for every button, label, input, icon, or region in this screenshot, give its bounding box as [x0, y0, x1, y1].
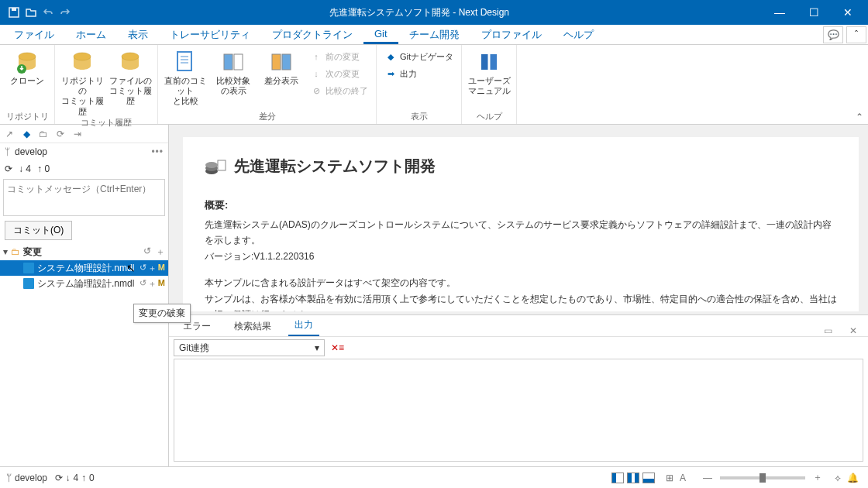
status-a-icon[interactable]: A [677, 473, 689, 483]
ribbon-group-label: ヘルプ [467, 111, 512, 124]
zoom-out-button[interactable]: — [700, 473, 715, 483]
output-filter-select[interactable]: Git連携 ▾ [174, 339, 325, 356]
ribbon-git-nav[interactable]: ◆Gitナビゲータ [381, 48, 456, 65]
chevron-down-icon: ▾ [315, 342, 319, 353]
ribbon-show-target[interactable]: 比較対象の表示 [211, 48, 256, 96]
branch-menu-button[interactable]: ••• [151, 146, 164, 157]
ribbon-file-history[interactable]: ファイルのコミット履歴 [108, 48, 153, 107]
svg-rect-15 [272, 54, 281, 70]
repo-history-icon [70, 50, 95, 74]
svg-point-19 [205, 162, 218, 168]
sidebar-branch-icon[interactable]: ◆ [20, 128, 33, 140]
file-history-icon [118, 50, 143, 74]
file-name: システム論理設計.nmdl [37, 277, 136, 290]
ribbon-clone[interactable]: クローン [5, 48, 50, 86]
maximize-button[interactable]: ☐ [797, 0, 831, 25]
menu-プロダクトライン[interactable]: プロダクトライン [261, 25, 363, 44]
menu-表示[interactable]: 表示 [117, 25, 159, 44]
menu-ホーム[interactable]: ホーム [65, 25, 117, 44]
tab-検索結果[interactable]: 検索結果 [228, 315, 277, 336]
ribbon-compare-prev[interactable]: 直前のコミットと比較 [163, 48, 208, 107]
open-icon[interactable] [25, 6, 37, 19]
branch-icon: ᛘ [5, 146, 10, 157]
tooltip: 変更の破棄 [133, 304, 191, 323]
sidebar-stash-icon[interactable]: 🗀 [37, 128, 50, 140]
layout-both-button[interactable] [627, 473, 639, 483]
tab-出力[interactable]: 出力 [288, 314, 319, 336]
zoom-slider[interactable] [720, 476, 805, 479]
layout-bottom-button[interactable] [642, 473, 655, 483]
menu-ファイル[interactable]: ファイル [3, 25, 65, 44]
incoming-count: ↓ 4 [19, 163, 31, 174]
feedback-button[interactable]: 💬 [823, 26, 843, 43]
doc-paragraph: 先進運転システム(ADAS)のクルーズコントロールシステムについて、システムのサ… [205, 217, 837, 249]
doc-paragraph: 本サンプルに含まれる設計データはすべて架空の内容です。 [205, 275, 837, 290]
file-name: システム物理設計.nmdl [37, 262, 136, 275]
ribbon-end-compare[interactable]: ⊘比較の終了 [307, 82, 371, 99]
collapse-ribbon-button[interactable]: ˆ [846, 26, 866, 43]
end-compare-icon: ⊘ [310, 84, 322, 97]
svg-rect-20 [218, 160, 226, 170]
show-target-icon [221, 50, 246, 74]
notifications-icon[interactable]: 🔔 [844, 473, 862, 483]
doc-section-heading: 概要: [205, 198, 837, 212]
layout-left-button[interactable] [611, 473, 624, 483]
svg-rect-9 [177, 52, 191, 70]
zoom-in-button[interactable]: ＋ [810, 471, 825, 484]
git-nav-icon: ◆ [384, 50, 397, 63]
doc-paragraph: バージョン:V1.1.2.220316 [205, 249, 837, 264]
ribbon-prev-change[interactable]: ↑前の変更 [307, 48, 371, 65]
window-title: 先進運転システムソフト開発 - Next Design [76, 6, 763, 19]
changes-expand-icon[interactable]: ▾ [3, 246, 8, 257]
undo-icon[interactable] [42, 6, 54, 19]
commit-button[interactable]: コミット(O) [5, 221, 72, 240]
prev-change-icon: ↑ [310, 50, 322, 63]
discard-file-icon[interactable]: ↺ [140, 263, 146, 274]
status-branch[interactable]: ᛘ develop [6, 473, 47, 483]
menu-チーム開発[interactable]: チーム開発 [398, 25, 470, 44]
commit-message-input[interactable] [3, 179, 165, 216]
stage-file-icon[interactable]: ＋ [148, 278, 157, 290]
sidebar-history-icon[interactable]: ↗ [3, 128, 16, 140]
svg-rect-1 [12, 8, 16, 11]
clear-output-icon[interactable]: ✕≡ [331, 342, 344, 353]
panel-close-icon[interactable]: ✕ [846, 325, 860, 336]
ribbon-repo-history[interactable]: リポジトリのコミット履歴 [60, 48, 105, 117]
ribbon-output[interactable]: ➡出力 [381, 65, 456, 82]
discard-changes-icon[interactable]: ↺ [143, 246, 151, 259]
menu-プロファイル[interactable]: プロファイル [470, 25, 553, 44]
file-icon [23, 263, 34, 273]
sync-icon[interactable]: ⟳ [5, 163, 12, 174]
ribbon-next-change[interactable]: ↓次の変更 [307, 65, 371, 82]
status-target-icon[interactable]: ⟡ [832, 473, 844, 483]
ribbon-group-label: 表示 [381, 111, 456, 124]
redo-icon[interactable] [59, 6, 71, 19]
menu-Git[interactable]: Git [363, 25, 398, 44]
folder-icon: 🗀 [11, 246, 20, 257]
next-change-icon: ↓ [310, 67, 322, 80]
ribbon-group-label: リポジトリ [5, 111, 50, 124]
output-filter-value: Git連携 [179, 342, 209, 355]
status-sync[interactable]: ⟳ ↓ 4 ↑ 0 [55, 473, 95, 483]
svg-rect-13 [224, 54, 232, 70]
panel-layout-icon[interactable]: ▭ [821, 325, 835, 336]
ribbon-collapse-icon[interactable]: ⌃ [856, 112, 863, 122]
save-icon[interactable] [8, 6, 20, 19]
ribbon-manual[interactable]: ユーザーズマニュアル [467, 48, 512, 96]
stage-file-icon[interactable]: ＋ [148, 263, 157, 274]
ribbon-show-diff[interactable]: 差分表示 [259, 48, 304, 86]
manual-icon [477, 50, 501, 74]
menu-ヘルプ[interactable]: ヘルプ [553, 25, 604, 44]
show-diff-icon [269, 50, 294, 74]
menu-トレーサビリティ[interactable]: トレーサビリティ [159, 25, 261, 44]
status-grid-icon[interactable]: ⊞ [663, 473, 677, 483]
close-button[interactable]: ✕ [831, 0, 865, 25]
file-status: M [158, 263, 165, 274]
minimize-button[interactable]: ― [763, 0, 797, 25]
output-icon: ➡ [384, 67, 397, 80]
file-row[interactable]: システム物理設計.nmdl↺＋M↖ [0, 260, 168, 276]
file-row[interactable]: システム論理設計.nmdl↺＋M [0, 276, 168, 291]
file-status: M [158, 278, 165, 290]
stage-all-icon[interactable]: ＋ [156, 246, 165, 259]
discard-file-icon[interactable]: ↺ [140, 278, 146, 290]
